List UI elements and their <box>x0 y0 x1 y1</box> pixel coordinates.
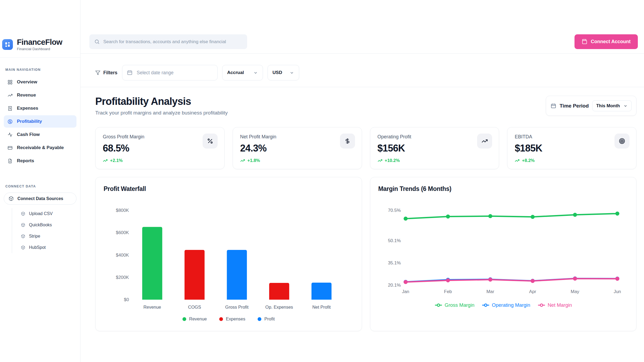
sidebar-item-profitability[interactable]: Profitability <box>4 115 76 128</box>
trending-up-icon <box>378 158 382 163</box>
main-navigation: MAIN NAVIGATION Overview Revenue Expense… <box>0 58 80 167</box>
kpi-icon-box <box>477 134 492 149</box>
x-tick-label: Revenue <box>143 305 161 309</box>
legend-item-profit: Profit <box>258 316 275 322</box>
sidebar-item-expenses[interactable]: Expenses <box>4 102 76 114</box>
kpi-icon-box <box>203 134 218 149</box>
kpi-icon-box <box>614 134 630 149</box>
accounting-basis-select[interactable]: Accrual <box>222 65 263 80</box>
data-source-quickbooks[interactable]: QuickBooks <box>12 219 76 231</box>
accounting-basis-value: Accrual <box>227 70 244 75</box>
connect-data-section: CONNECT DATA Connect Data Sources Upload… <box>0 168 80 253</box>
connect-account-button[interactable]: Connect Account <box>575 34 638 49</box>
legend-label: Net Margin <box>548 302 572 308</box>
line-marker-icon <box>434 303 442 307</box>
legend-dot <box>182 317 186 321</box>
data-point <box>573 213 577 217</box>
chart-title: Margin Trends (6 Months) <box>378 185 628 193</box>
x-tick-label: Mar <box>486 289 494 294</box>
top-bar: Connect Account <box>80 34 644 54</box>
legend-dot <box>219 317 223 321</box>
charts-row: Profit Waterfall $0$200K$400K$600K$800KR… <box>80 169 644 331</box>
time-period-card: Time Period This Month <box>546 96 636 116</box>
sidebar-item-label: Revenue <box>17 93 36 98</box>
data-source-label: QuickBooks <box>29 223 52 227</box>
filters-toggle[interactable]: Filters <box>95 70 118 76</box>
data-source-stripe[interactable]: Stripe <box>12 231 76 242</box>
x-tick-label: Apr <box>529 289 536 294</box>
box-icon <box>21 234 25 238</box>
box-icon <box>21 245 25 250</box>
waterfall-bar <box>312 283 332 300</box>
receipt-icon <box>8 106 13 111</box>
sidebar-item-cash-flow[interactable]: Cash Flow <box>4 128 76 141</box>
calendar-icon <box>127 70 133 75</box>
currency-select[interactable]: USD <box>268 65 299 80</box>
chevron-down-icon <box>253 71 258 75</box>
data-source-list: Upload CSV QuickBooks Stripe <box>12 208 76 253</box>
trending-up-icon <box>103 158 108 163</box>
data-point <box>530 279 535 283</box>
data-point <box>446 215 450 219</box>
waterfall-bar <box>185 250 205 300</box>
sidebar-item-label: Expenses <box>17 106 38 111</box>
percent-icon <box>207 138 213 144</box>
date-range-input[interactable] <box>122 65 218 80</box>
chart-title: Profit Waterfall <box>104 185 354 193</box>
sidebar: FinanceFlow Financial Dashboard MAIN NAV… <box>0 0 80 362</box>
box-icon <box>21 212 25 216</box>
search-icon <box>94 39 100 45</box>
sidebar-item-overview[interactable]: Overview <box>4 76 76 88</box>
circle-dollar-icon <box>8 119 13 124</box>
x-tick-label: May <box>570 289 579 294</box>
legend-dot <box>258 317 261 321</box>
filters-label: Filters <box>103 70 118 76</box>
data-point <box>488 278 492 282</box>
profit-waterfall-chart: $0$200K$400K$600K$800KRevenueCOGSGross P… <box>104 195 354 315</box>
sidebar-item-revenue[interactable]: Revenue <box>4 89 76 101</box>
chevron-down-icon <box>290 71 294 75</box>
sidebar-item-reports[interactable]: Reports <box>4 155 76 167</box>
data-point <box>404 280 408 284</box>
sidebar-item-label: Reports <box>17 158 34 164</box>
data-source-label: Upload CSV <box>29 211 53 216</box>
page-header: Profitability Analysis Track your profit… <box>80 87 644 116</box>
data-point <box>615 277 619 281</box>
y-tick-label: 35.1% <box>388 260 401 265</box>
sidebar-item-receivable-payable[interactable]: Receivable & Payable <box>4 142 76 154</box>
app-logo-icon <box>2 39 13 50</box>
y-tick-label: $200K <box>116 275 129 280</box>
waterfall-bar <box>142 227 162 300</box>
data-point <box>488 214 492 218</box>
data-source-upload-csv[interactable]: Upload CSV <box>12 208 76 219</box>
time-period-label: Time Period <box>560 103 589 109</box>
kpi-delta: +2.1% <box>103 158 217 163</box>
time-period-value: This Month <box>596 103 620 108</box>
date-range-box <box>122 65 218 80</box>
legend-item-expenses: Expenses <box>219 316 245 322</box>
trending-up-icon <box>515 158 519 163</box>
filters-row: Filters Accrual USD <box>80 54 644 87</box>
box-icon <box>9 196 14 201</box>
kpi-label: Gross Profit Margin <box>103 134 217 140</box>
kpi-label: Operating Profit <box>378 134 492 140</box>
dollar-icon <box>344 138 351 144</box>
connect-data-sources-button[interactable]: Connect Data Sources <box>4 193 76 205</box>
kpi-delta: +1.8% <box>240 158 354 163</box>
search-box <box>89 34 247 49</box>
sidebar-item-label: Overview <box>17 79 37 85</box>
main-nav-title: MAIN NAVIGATION <box>5 68 76 72</box>
legend-item-operating-margin: Operating Margin <box>482 302 530 308</box>
profit-waterfall-card: Profit Waterfall $0$200K$400K$600K$800KR… <box>95 177 362 331</box>
kpi-value: 68.5% <box>103 143 217 154</box>
legend-item-gross-margin: Gross Margin <box>434 302 474 308</box>
target-icon <box>619 138 625 144</box>
data-source-hubspot[interactable]: HubSpot <box>12 242 76 253</box>
y-tick-label: $0 <box>124 297 129 302</box>
kpi-icon-box <box>340 134 355 149</box>
search-input[interactable] <box>89 34 247 49</box>
app-tagline: Financial Dashboard <box>17 47 62 51</box>
file-text-icon <box>8 158 13 164</box>
time-period-select[interactable]: This Month <box>592 100 632 111</box>
x-tick-label: Net Profit <box>312 305 331 309</box>
